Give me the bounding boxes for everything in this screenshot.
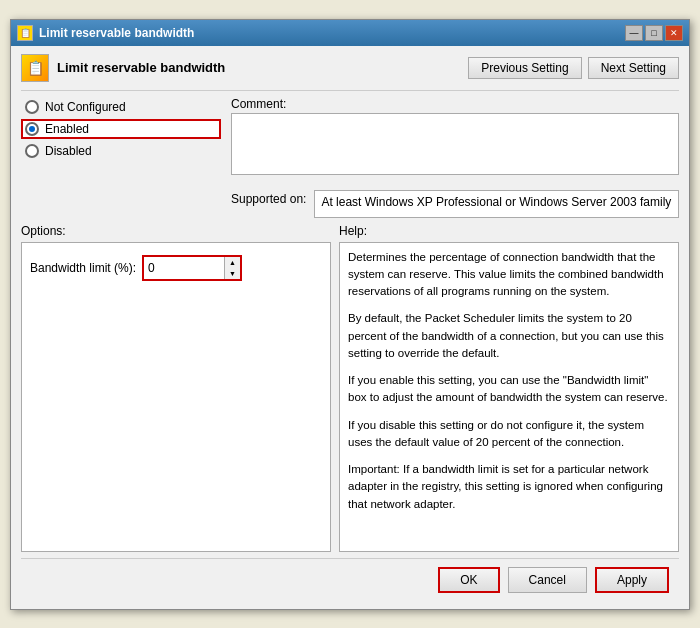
disabled-radio[interactable]	[25, 144, 39, 158]
spinner-up-button[interactable]: ▲	[225, 257, 240, 268]
main-window: 📋 Limit reservable bandwidth — □ ✕ 📋 Lim…	[10, 19, 690, 610]
help-box: Determines the percentage of connection …	[339, 242, 679, 552]
supported-value: At least Windows XP Professional or Wind…	[314, 190, 679, 218]
options-box: Bandwidth limit (%): ▲ ▼	[21, 242, 331, 552]
help-header: Help:	[339, 224, 679, 238]
comment-textarea[interactable]	[231, 113, 679, 175]
close-button[interactable]: ✕	[665, 25, 683, 41]
enabled-label: Enabled	[45, 122, 89, 136]
main-area: Not Configured Enabled Disabled Comm	[21, 97, 679, 224]
comment-label: Comment:	[231, 97, 679, 111]
help-paragraph-3: If you enable this setting, you can use …	[348, 372, 670, 407]
window-icon: 📋	[17, 25, 33, 41]
bandwidth-input[interactable]	[144, 257, 224, 279]
apply-button[interactable]: Apply	[595, 567, 669, 593]
enabled-radio[interactable]	[25, 122, 39, 136]
header-row: 📋 Limit reservable bandwidth Previous Se…	[21, 54, 679, 82]
bandwidth-input-wrapper: ▲ ▼	[142, 255, 242, 281]
policy-header-title: Limit reservable bandwidth	[57, 60, 225, 75]
bandwidth-label: Bandwidth limit (%):	[30, 261, 136, 275]
right-panel: Comment: Supported on: At least Windows …	[231, 97, 679, 224]
bandwidth-row: Bandwidth limit (%): ▲ ▼	[30, 255, 322, 281]
options-section: Options: Bandwidth limit (%): ▲ ▼	[21, 224, 331, 552]
header-buttons: Previous Setting Next Setting	[468, 57, 679, 79]
header-divider	[21, 90, 679, 91]
maximize-button[interactable]: □	[645, 25, 663, 41]
prev-setting-button[interactable]: Previous Setting	[468, 57, 581, 79]
options-header: Options:	[21, 224, 331, 238]
supported-label: Supported on:	[231, 190, 306, 206]
left-panel: Not Configured Enabled Disabled	[21, 97, 221, 224]
ok-button[interactable]: OK	[438, 567, 499, 593]
supported-row: Supported on: At least Windows XP Profes…	[231, 190, 679, 218]
help-paragraph-4: If you disable this setting or do not co…	[348, 417, 670, 452]
bottom-bar: OK Cancel Apply	[21, 558, 679, 601]
title-bar-left: 📋 Limit reservable bandwidth	[17, 25, 194, 41]
window-title: Limit reservable bandwidth	[39, 26, 194, 40]
radio-group: Not Configured Enabled Disabled	[21, 97, 221, 161]
disabled-label: Disabled	[45, 144, 92, 158]
spinner-down-button[interactable]: ▼	[225, 268, 240, 279]
comment-section: Comment:	[231, 97, 679, 178]
cancel-button[interactable]: Cancel	[508, 567, 587, 593]
help-section: Help: Determines the percentage of conne…	[339, 224, 679, 552]
policy-icon: 📋	[21, 54, 49, 82]
window-content: 📋 Limit reservable bandwidth Previous Se…	[11, 46, 689, 609]
enabled-option[interactable]: Enabled	[21, 119, 221, 139]
spinner-controls: ▲ ▼	[224, 257, 240, 279]
help-paragraph-2: By default, the Packet Scheduler limits …	[348, 310, 670, 362]
help-paragraph-5: Important: If a bandwidth limit is set f…	[348, 461, 670, 513]
title-bar-controls: — □ ✕	[625, 25, 683, 41]
disabled-option[interactable]: Disabled	[21, 141, 221, 161]
options-help-row: Options: Bandwidth limit (%): ▲ ▼	[21, 224, 679, 552]
title-bar: 📋 Limit reservable bandwidth — □ ✕	[11, 20, 689, 46]
next-setting-button[interactable]: Next Setting	[588, 57, 679, 79]
minimize-button[interactable]: —	[625, 25, 643, 41]
header-left: 📋 Limit reservable bandwidth	[21, 54, 225, 82]
help-paragraph-1: Determines the percentage of connection …	[348, 249, 670, 301]
not-configured-radio[interactable]	[25, 100, 39, 114]
not-configured-option[interactable]: Not Configured	[21, 97, 221, 117]
not-configured-label: Not Configured	[45, 100, 126, 114]
